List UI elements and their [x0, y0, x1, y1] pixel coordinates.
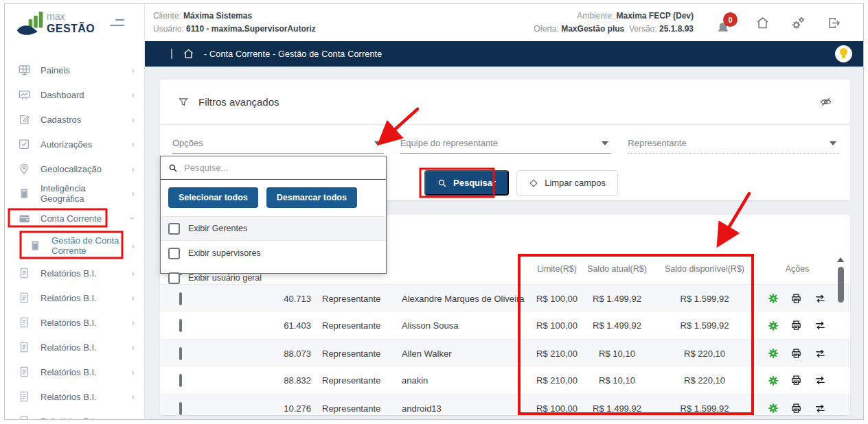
wallet-icon — [17, 212, 31, 225]
transfer-button[interactable] — [814, 375, 827, 386]
select-all-button[interactable]: Selecionar todos — [168, 187, 258, 208]
sidebar-item-gest-o-de-conta-corrente[interactable]: $Gestão de Conta Corrente› — [5, 231, 144, 261]
sidebar-item-dashboard[interactable]: Dashboard› — [5, 82, 144, 107]
row-available-balance: R$ 1.599,92 — [650, 320, 760, 331]
logout-button[interactable] — [827, 16, 841, 30]
print-button[interactable] — [790, 348, 802, 360]
configure-button[interactable] — [768, 375, 779, 386]
report-icon — [17, 316, 31, 329]
configure-button[interactable] — [768, 320, 779, 331]
chevron-down-icon — [374, 141, 381, 145]
row-checkbox[interactable] — [179, 402, 182, 415]
sidebar-item-label: Relatórios B.I. — [41, 293, 131, 303]
app-frame: max GESTÃO Cliente: Máxima Sistemas Usuá… — [4, 3, 864, 420]
home-button[interactable] — [755, 16, 770, 30]
print-button[interactable] — [790, 293, 802, 305]
row-code: 10.276 — [198, 403, 314, 414]
row-checkbox[interactable] — [179, 319, 182, 332]
row-name: Alexandre Marques de Oliveira — [395, 294, 529, 304]
sidebar-item-paineis[interactable]: Paineis› — [5, 58, 144, 82]
eraser-icon — [529, 178, 538, 188]
dropdown-option[interactable]: Exibir usuário geral — [161, 266, 386, 290]
hide-filters-button[interactable] — [819, 95, 832, 108]
configure-button[interactable] — [768, 293, 779, 304]
option-label: Exibir usuário geral — [188, 273, 262, 283]
deselect-all-button[interactable]: Desmarcar todos — [266, 187, 357, 208]
chevron-right-icon: › — [131, 342, 135, 353]
sidebar-item-relat-rios-b-i[interactable]: Relatórios B.I.› — [5, 384, 144, 409]
settings-button[interactable] — [790, 15, 806, 31]
print-button[interactable] — [790, 320, 802, 331]
configure-button[interactable] — [768, 348, 779, 359]
clear-fields-button[interactable]: Limpar campos — [516, 170, 618, 196]
table-row: 88.832RepresentanteanakinR$ 210,00R$ 10,… — [160, 367, 850, 394]
top-bar: max GESTÃO Cliente: Máxima Sistemas Usuá… — [5, 4, 863, 41]
row-checkbox[interactable] — [179, 374, 182, 387]
dropdown-option[interactable]: Exibir supervisores — [161, 241, 386, 266]
configure-button[interactable] — [768, 403, 779, 414]
svg-text:GESTÃO: GESTÃO — [47, 21, 95, 34]
row-limit: R$ 210,00 — [529, 375, 584, 386]
chevron-right-icon: › — [131, 64, 135, 75]
scroll-up-arrow[interactable] — [837, 257, 844, 262]
option-checkbox[interactable] — [168, 248, 180, 259]
row-type: Representante — [314, 403, 395, 414]
notification-badge: 0 — [723, 12, 738, 27]
sidebar-item-conta-corrente[interactable]: Conta Corrente› — [5, 206, 144, 231]
sidebar-item-label: Autorizações — [41, 139, 131, 150]
sidebar-item-relat-rios-b-i[interactable]: Relatórios B.I.› — [5, 409, 144, 419]
row-checkbox[interactable] — [179, 292, 182, 305]
transfer-button[interactable] — [814, 348, 827, 360]
notifications-button[interactable]: 0 — [717, 12, 735, 33]
row-code: 40.713 — [198, 294, 314, 304]
row-available-balance: R$ 1.599,92 — [650, 403, 760, 414]
sidebar-item-intelig-ncia-geogr-fica[interactable]: $Inteligência Geográfica› — [5, 181, 144, 206]
chevron-down-icon — [602, 141, 608, 145]
gear-icon — [768, 403, 779, 414]
transfer-button[interactable] — [814, 403, 827, 414]
table-body: 40.713RepresentanteAlexandre Marques de … — [160, 285, 850, 415]
sidebar-item-relat-rios-b-i[interactable]: Relatórios B.I.› — [5, 335, 144, 360]
print-button[interactable] — [790, 375, 802, 386]
row-name: Alisson Sousa — [395, 320, 529, 331]
menu-toggle-icon[interactable] — [109, 19, 124, 26]
option-checkbox[interactable] — [168, 272, 180, 284]
sidebar-item-label: Relatórios B.I. — [41, 367, 131, 377]
rep-team-select[interactable]: Equipe do representante — [400, 133, 612, 154]
representative-select[interactable]: Representante — [628, 133, 839, 154]
options-select[interactable]: Opções — [172, 133, 384, 154]
sidebar-menu: Paineis›Dashboard›Cadastros›Autorizações… — [5, 41, 145, 419]
gear-icon — [768, 375, 779, 386]
report-icon — [17, 292, 31, 304]
dashboard-icon — [17, 89, 31, 102]
sidebar-item-relat-rios-b-i[interactable]: Relatórios B.I.› — [5, 360, 144, 384]
column-current-balance: Saldo atual(R$) — [584, 264, 650, 274]
gear-icon — [768, 293, 779, 304]
row-checkbox[interactable] — [179, 347, 182, 360]
scrollbar-thumb[interactable] — [838, 267, 844, 303]
eye-off-icon — [819, 95, 832, 108]
search-icon — [168, 163, 178, 173]
sidebar-item-autoriza-es[interactable]: Autorizações› — [5, 132, 144, 156]
help-tips-button[interactable] — [835, 45, 852, 62]
option-checkbox[interactable] — [168, 223, 180, 235]
sidebar-item-relat-rios-b-i[interactable]: Relatórios B.I.› — [5, 261, 144, 285]
user-label: Usuário: — [153, 24, 184, 34]
chevron-right-icon: › — [131, 114, 135, 125]
sidebar-item-label: Paineis — [41, 65, 131, 75]
dropdown-search-input[interactable]: Pesquise... — [161, 156, 386, 180]
row-name: android13 — [395, 403, 529, 414]
transfer-button[interactable] — [814, 320, 827, 331]
transfer-button[interactable] — [814, 293, 827, 305]
dropdown-option[interactable]: Exibir Gerentes — [161, 216, 386, 241]
breadcrumb-home-button[interactable] — [183, 48, 194, 60]
sidebar-item-relat-rios-b-i[interactable]: Relatórios B.I.› — [5, 285, 144, 310]
sidebar-item-cadastros[interactable]: Cadastros› — [5, 107, 144, 132]
sidebar-item-geolocaliza-o[interactable]: Geolocalização› — [5, 156, 144, 181]
print-button[interactable] — [790, 403, 802, 414]
search-button[interactable]: Pesquisar — [424, 170, 509, 196]
sidebar-item-relat-rios-b-i[interactable]: Relatórios B.I.› — [5, 310, 144, 335]
chevron-right-icon: › — [131, 89, 135, 100]
table-scrollbar[interactable] — [836, 257, 845, 303]
row-limit: R$ 100,00 — [529, 403, 584, 414]
